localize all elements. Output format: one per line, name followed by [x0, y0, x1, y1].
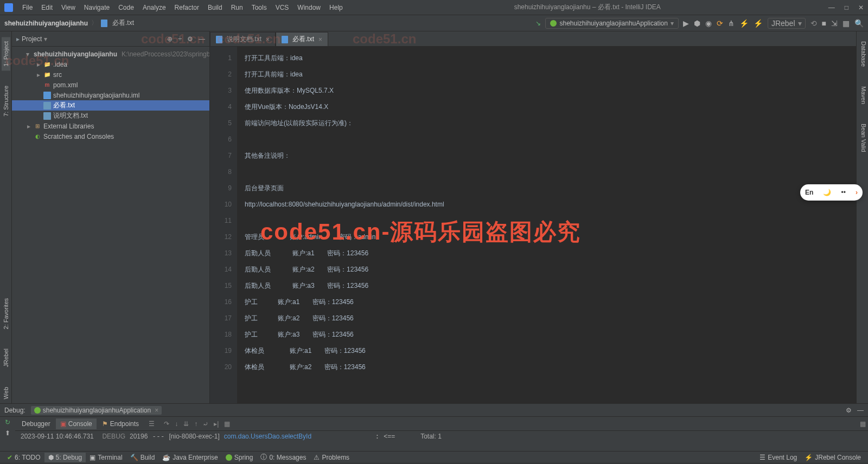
menu-window[interactable]: Window — [293, 2, 324, 13]
run-config-selector[interactable]: shehuizhihuiyanglaojianhuApplication ▾ — [545, 18, 678, 29]
tool-database[interactable]: Database — [857, 37, 868, 71]
run-to-cursor-icon[interactable]: ▸| — [214, 420, 219, 428]
tree-item-src[interactable]: ▸📁src — [12, 69, 209, 80]
structure-icon[interactable]: ▦ — [843, 19, 850, 28]
btm-terminal[interactable]: ▣Terminal — [86, 453, 126, 462]
menu-refactor[interactable]: Refactor — [171, 2, 203, 13]
code-area[interactable]: 打开工具后端：idea打开工具前端：idea使用数据库版本：MySQL5.7.X… — [237, 47, 856, 403]
ide-logo-icon — [4, 3, 13, 12]
jrebel-dropdown[interactable]: JRebel ▾ — [768, 18, 806, 29]
debug-config-tab[interactable]: shehuizhihuiyanglaojianhuApplication × — [31, 406, 162, 415]
menu-code[interactable]: Code — [114, 2, 138, 13]
drop-frame-icon[interactable]: ⤾ — [203, 420, 208, 428]
tree-root[interactable]: ▾ shehuizhihuiyanglaojianhu K:\needProcc… — [12, 49, 209, 59]
menu-view[interactable]: View — [58, 2, 79, 13]
resume-icon[interactable]: ⬆ — [5, 429, 10, 437]
coverage-icon[interactable]: ◉ — [705, 19, 712, 28]
editor-tab-shuoming[interactable]: 说明文档.txt× — [210, 32, 276, 46]
jrebel-debug-icon[interactable]: ⚡ — [754, 19, 763, 28]
tool-project[interactable]: 1: Project — [2, 37, 10, 70]
right-tool-strip: Database Maven Bean Valid — [856, 31, 868, 403]
step-out-icon[interactable]: ↑ — [194, 420, 197, 428]
tool-web[interactable]: Web — [2, 383, 10, 403]
tool-bean-valid[interactable]: Bean Valid — [857, 119, 868, 156]
debug-tab-console[interactable]: ▣Console — [56, 418, 97, 429]
run-icon[interactable]: ▶ — [683, 19, 689, 28]
btm-jrebel-console[interactable]: ⚡JRebel Console — [801, 453, 865, 462]
rerun-icon[interactable]: ↻ — [5, 418, 10, 426]
menu-run[interactable]: Run — [227, 2, 247, 13]
breadcrumb-file[interactable]: 必看.txt — [112, 18, 134, 28]
btm-spring[interactable]: Spring — [222, 453, 257, 462]
project-tree[interactable]: ▾ shehuizhihuiyanglaojianhu K:\needProcc… — [12, 47, 209, 403]
maven-icon: m — [43, 81, 51, 89]
btm-todo[interactable]: ✔6: TODO — [3, 453, 44, 462]
jrebel-run-icon[interactable]: ⚡ — [739, 19, 749, 28]
search-icon[interactable]: 🔍 — [854, 19, 864, 28]
editor-tab-bikan[interactable]: 必看.txt× — [276, 32, 328, 46]
ime-popup[interactable]: En 🌙 •• › — [800, 184, 863, 201]
menu-navigate[interactable]: Navigate — [80, 2, 113, 13]
tree-item-iml[interactable]: shehuizhihuiyanglaojianhu.iml — [12, 90, 209, 100]
step-into-icon[interactable]: ↓ — [175, 420, 178, 428]
tree-item-shuomingtxt[interactable]: 说明文档.txt — [12, 111, 209, 121]
step-into-force-icon[interactable]: ⇊ — [183, 420, 189, 428]
folder-icon: ▸ — [16, 35, 20, 43]
btm-javaent[interactable]: ☕Java Enterprise — [158, 453, 221, 462]
hide-icon[interactable]: ― — [199, 35, 205, 43]
target-icon[interactable]: ⊕ — [167, 35, 173, 43]
tool-maven[interactable]: Maven — [857, 82, 868, 108]
editor-body[interactable]: 1234567891011121314151617181920 打开工具后端：i… — [210, 47, 856, 403]
menu-help[interactable]: Help — [326, 2, 347, 13]
git-update-icon[interactable]: ⇲ — [831, 19, 838, 28]
menu-tools[interactable]: Tools — [248, 2, 271, 13]
btm-eventlog[interactable]: ☰Event Log — [756, 453, 801, 462]
menu-vcs[interactable]: VCS — [272, 2, 293, 13]
menu-analyze[interactable]: Analyze — [139, 2, 170, 13]
tree-external-libs[interactable]: ▸⊞External Libraries — [12, 121, 209, 131]
tree-item-bikantxt[interactable]: 必看.txt — [12, 100, 209, 111]
tree-item-pom[interactable]: mpom.xml — [12, 80, 209, 90]
tree-scratches[interactable]: ◐Scratches and Consoles — [12, 131, 209, 141]
debug-tab-debugger[interactable]: Debugger — [17, 418, 55, 429]
stop-icon[interactable]: ■ — [822, 19, 826, 28]
tree-label: .idea — [53, 61, 67, 68]
gear-icon[interactable]: ⚙ — [187, 35, 193, 43]
btm-build[interactable]: 🔨Build — [126, 453, 159, 462]
collapse-icon[interactable]: ÷ — [178, 35, 182, 43]
menu-build[interactable]: Build — [204, 2, 226, 13]
hide-icon[interactable]: ― — [857, 407, 864, 414]
tool-jrebel[interactable]: JRebel — [2, 344, 10, 371]
evaluate-icon[interactable]: ▦ — [224, 420, 230, 428]
close-tab-icon[interactable]: × — [266, 36, 270, 43]
debug-layout-icon[interactable]: ▦ — [860, 420, 866, 428]
chevron-right-icon[interactable]: › — [856, 189, 858, 196]
console-output[interactable]: 2023-09-11 10:46:46.731 DEBUG 20196 --- … — [15, 431, 868, 451]
menu-edit[interactable]: Edit — [37, 2, 56, 13]
debug-icon[interactable]: ⬢ — [694, 19, 700, 28]
chevron-down-icon[interactable]: ▾ — [44, 35, 47, 43]
debug-tab-endpoints[interactable]: ⚑Endpoints — [98, 418, 143, 429]
jrebel-update-icon[interactable]: ⟲ — [810, 19, 817, 28]
profile-icon[interactable]: ⟳ — [717, 19, 723, 28]
btm-problems[interactable]: ⚠Problems — [310, 453, 353, 462]
layout-icon[interactable]: ☰ — [149, 420, 155, 428]
menu-file[interactable]: File — [18, 2, 36, 13]
close-icon[interactable]: ✕ — [858, 4, 864, 11]
log-icon: ☰ — [760, 454, 765, 461]
maximize-icon[interactable]: □ — [845, 4, 848, 11]
btm-debug[interactable]: ⬢5: Debug — [44, 453, 86, 462]
panel-title[interactable]: Project — [22, 35, 42, 43]
close-tab-icon[interactable]: × — [318, 36, 322, 43]
step-over-icon[interactable]: ↷ — [164, 420, 169, 428]
attach-icon[interactable]: ⋔ — [728, 19, 735, 28]
gear-icon[interactable]: ⚙ — [846, 407, 852, 414]
minimize-icon[interactable]: ― — [828, 4, 835, 11]
tool-favorites[interactable]: 2: Favorites — [2, 294, 10, 333]
breadcrumb-project[interactable]: shehuizhihuiyanglaojianhu — [4, 20, 88, 27]
close-icon[interactable]: × — [155, 407, 158, 414]
btm-messages[interactable]: ⓘ0: Messages — [257, 452, 310, 463]
tool-structure[interactable]: 7: Structure — [2, 81, 10, 121]
tree-item-idea[interactable]: ▸📁.idea — [12, 59, 209, 69]
build-hammer-icon[interactable]: ↘ — [535, 20, 541, 27]
